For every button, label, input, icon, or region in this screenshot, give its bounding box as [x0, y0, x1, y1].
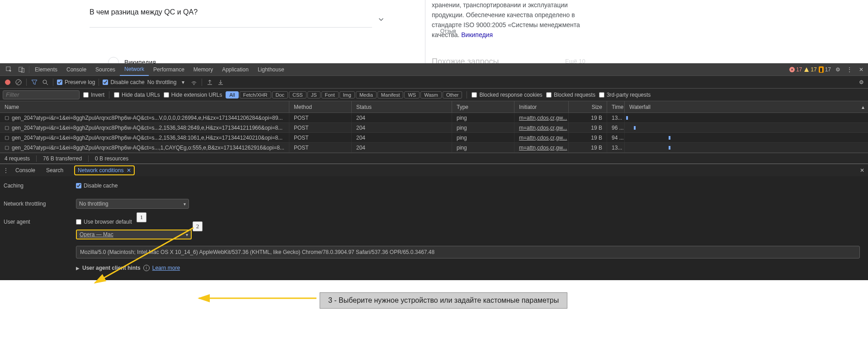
type-filter-other[interactable]: Other	[443, 91, 462, 99]
download-icon[interactable]	[217, 79, 225, 85]
user-agent-label: User agent	[4, 219, 76, 225]
network-table-body: gen_204?atyp=i&r=1&ei=8gghZpulArqrxc8Php…	[0, 113, 868, 153]
type-filter-media[interactable]: Media	[356, 91, 377, 99]
chevron-down-icon[interactable]	[374, 13, 388, 26]
nc-label: Network conditions	[78, 167, 123, 174]
type-filter-fetch/xhr[interactable]: Fetch/XHR	[240, 91, 271, 99]
record-icon[interactable]	[4, 80, 12, 85]
blocked-cookies-checkbox[interactable]: Blocked response cookies	[472, 92, 542, 98]
warnings-badge[interactable]: 17	[804, 66, 816, 73]
annotation-1: 1	[137, 212, 146, 222]
drawer-more-icon[interactable]: ⋮	[2, 167, 10, 174]
wikipedia-link[interactable]: Википедия	[461, 31, 493, 38]
learn-more-link[interactable]: Learn more	[152, 265, 180, 271]
network-table-header: Name Method Status Type Initiator Size T…	[0, 101, 868, 113]
issues-badge[interactable]: ▮17	[819, 66, 831, 73]
filter-bar: Invert Hide data URLs Hide extension URL…	[0, 89, 868, 101]
tab-lighthouse[interactable]: Lighthouse	[253, 63, 289, 76]
wifi-icon[interactable]	[190, 79, 198, 85]
annotation-3: 3 - Выберите нужное устройство или задай…	[320, 292, 567, 309]
hide-data-urls-checkbox[interactable]: Hide data URLs	[114, 92, 160, 98]
col-type[interactable]: Type	[452, 101, 514, 113]
info-icon[interactable]: i	[143, 265, 150, 271]
faq-card[interactable]: В чем разница между QC и QA?	[90, 8, 388, 16]
stat-transferred: 76 B transferred	[43, 155, 89, 162]
drawer-close-icon[interactable]: ✕	[860, 167, 864, 174]
knowledge-panel-text: хранении, транспортировании и эксплуатац…	[432, 0, 601, 40]
table-row[interactable]: gen_204?atyp=i&r=1&ei=8gghZpulArqrxc8Php…	[0, 123, 868, 133]
filter-icon[interactable]	[30, 79, 38, 85]
tab-elements[interactable]: Elements	[30, 63, 62, 76]
type-filter-all[interactable]: All	[226, 91, 238, 99]
col-name[interactable]: Name	[0, 101, 289, 113]
col-initiator[interactable]: Initiator	[514, 101, 569, 113]
inspect-icon[interactable]	[3, 63, 15, 75]
devtools-tabs: Elements Console Sources Network Perform…	[0, 63, 868, 76]
user-agent-dropdown[interactable]: Opera — Mac	[76, 230, 192, 239]
close-icon[interactable]: ✕	[856, 66, 866, 73]
table-row[interactable]: gen_204?atyp=i&r=1&ei=8gghZpulArqrxc8Php…	[0, 143, 868, 153]
search-icon[interactable]	[41, 79, 49, 85]
annotation-2: 2	[193, 221, 203, 231]
preserve-log-checkbox[interactable]: Preserve log	[57, 79, 95, 85]
user-agent-string-input[interactable]: Mozilla/5.0 (Macintosh; Intel Mac OS X 1…	[76, 246, 860, 258]
col-size[interactable]: Size	[569, 101, 607, 113]
upload-icon[interactable]	[206, 79, 214, 85]
type-filter-manifest[interactable]: Manifest	[377, 91, 404, 99]
blocked-requests-checkbox[interactable]: Blocked requests	[546, 92, 595, 98]
drawer-tab-network-conditions[interactable]: Network conditions ✕	[69, 164, 140, 177]
type-filter-wasm[interactable]: Wasm	[420, 91, 442, 99]
throttling-label: Network throttling	[4, 201, 76, 207]
device-toggle-icon[interactable]	[15, 63, 28, 75]
tab-network[interactable]: Network	[120, 63, 149, 76]
ua-client-hints-toggle[interactable]: ▶ User agent client hints i Learn more	[76, 265, 864, 271]
clear-icon[interactable]	[14, 79, 23, 85]
table-row[interactable]: gen_204?atyp=i&r=1&ei=8gghZpulArqrxc8Php…	[0, 113, 868, 123]
tab-memory[interactable]: Memory	[189, 63, 217, 76]
col-status[interactable]: Status	[352, 101, 452, 113]
info-text: хранении, транспортировании и эксплуатац…	[432, 1, 580, 38]
tab-application[interactable]: Application	[217, 63, 253, 76]
type-filter-doc[interactable]: Doc	[272, 91, 288, 99]
invert-checkbox[interactable]: Invert	[83, 92, 104, 98]
svg-point-8	[193, 84, 194, 85]
type-filter-js[interactable]: JS	[307, 91, 321, 99]
tab-performance[interactable]: Performance	[149, 63, 189, 76]
col-method[interactable]: Method	[289, 101, 352, 113]
type-filter-css[interactable]: CSS	[289, 91, 307, 99]
stat-requests: 4 requests	[5, 155, 37, 162]
third-party-checkbox[interactable]: 3rd-party requests	[599, 92, 651, 98]
throttling-chevron-icon[interactable]: ▾	[179, 79, 187, 85]
type-filter-font[interactable]: Font	[321, 91, 339, 99]
drawer-tab-search[interactable]: Search	[41, 164, 69, 177]
type-filters: AllFetch/XHRDocCSSJSFontImgMediaManifest…	[226, 91, 462, 99]
filter-input[interactable]	[3, 90, 80, 99]
errors-badge[interactable]: 17	[789, 66, 802, 73]
nc-disable-cache-checkbox[interactable]: Disable cache	[76, 183, 118, 189]
table-row[interactable]: gen_204?atyp=i&r=1&ei=8gghZpulArqrxc8Php…	[0, 133, 868, 143]
network-settings-icon[interactable]: ⚙	[857, 79, 865, 85]
svg-point-6	[43, 80, 47, 84]
type-filter-ws[interactable]: WS	[404, 91, 420, 99]
throttling-dropdown[interactable]: No throttling	[76, 199, 189, 209]
svg-line-7	[46, 83, 48, 85]
triangle-right-icon: ▶	[76, 266, 80, 271]
devtools-panel: Elements Console Sources Network Perform…	[0, 63, 868, 280]
more-icon[interactable]: ⋮	[844, 66, 854, 73]
throttling-select[interactable]: No throttling	[147, 79, 177, 85]
drawer-tab-console[interactable]: Console	[10, 164, 41, 177]
faq-question: В чем разница между QC и QA?	[90, 8, 198, 16]
col-waterfall[interactable]: Waterfall	[625, 101, 868, 113]
hide-ext-urls-checkbox[interactable]: Hide extension URLs	[164, 92, 222, 98]
tab-console[interactable]: Console	[62, 63, 91, 76]
col-time[interactable]: Time	[607, 101, 625, 113]
tab-sources[interactable]: Sources	[91, 63, 120, 76]
type-filter-img[interactable]: Img	[340, 91, 355, 99]
network-status-bar: 4 requests 76 B transferred 0 B resource…	[0, 153, 868, 164]
settings-icon[interactable]: ⚙	[833, 66, 843, 73]
disable-cache-checkbox[interactable]: Disable cache	[103, 79, 144, 85]
use-browser-default-checkbox[interactable]: Use browser default	[76, 219, 132, 225]
vertical-divider	[425, 0, 425, 63]
drawer-tabs: ⋮ Console Search Network conditions ✕ ✕	[0, 164, 868, 176]
svg-rect-1	[19, 67, 23, 71]
